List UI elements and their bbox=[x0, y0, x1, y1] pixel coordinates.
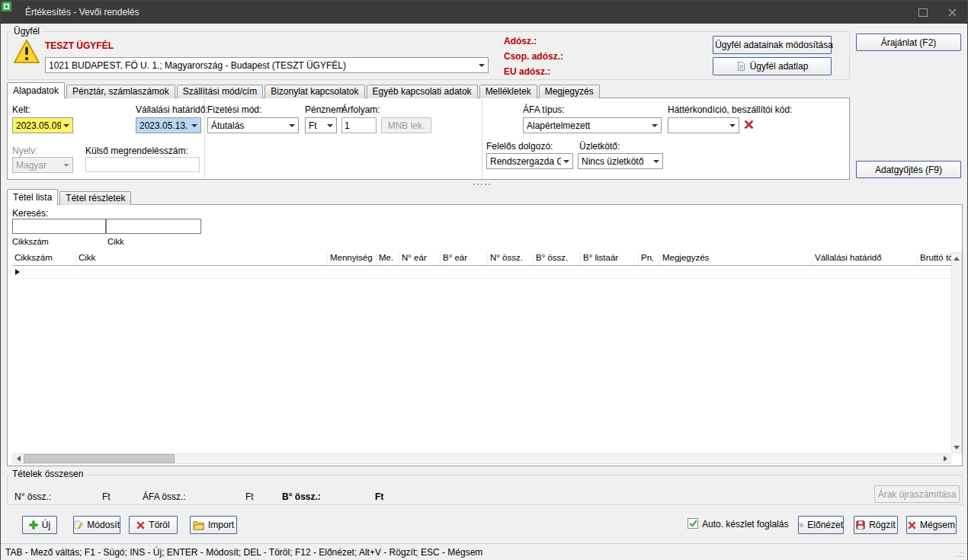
tab-tetel-lista[interactable]: Tétel lista bbox=[7, 189, 58, 205]
items-vertical-scrollbar[interactable] bbox=[951, 252, 962, 453]
items-horizontal-scrollbar[interactable] bbox=[12, 453, 951, 464]
column-header-brutto-ossz[interactable]: B° össz. bbox=[534, 252, 581, 265]
date-value: 2023.05.09. bbox=[16, 120, 61, 131]
maximize-button[interactable] bbox=[909, 1, 937, 24]
tab-mellekletek[interactable]: Mellékletek bbox=[479, 85, 537, 98]
deadline-picker[interactable]: 2023.05.13. bbox=[136, 117, 201, 133]
sales-agent-label: Üzletkötő: bbox=[579, 141, 620, 152]
table-row[interactable] bbox=[12, 266, 951, 279]
main-tabbar: Alapadatok Pénztár, számlaszámok Szállít… bbox=[7, 83, 601, 98]
tab-egyeb-kapcsolati-adatok[interactable]: Egyéb kapcsolati adatok bbox=[367, 85, 478, 98]
status-bar: TAB - Mező váltás; F1 - Súgó; INS - Új; … bbox=[1, 543, 967, 560]
customer-datasheet-label: Ügyfél adatlap bbox=[750, 61, 809, 72]
column-header-brutto-tobblet[interactable]: Bruttó tö bbox=[918, 252, 951, 265]
import-button[interactable]: Import bbox=[190, 516, 237, 534]
column-header-brutto-ear[interactable]: B° eár bbox=[441, 252, 488, 265]
customer-address-combobox[interactable]: 1021 BUDAPEST, FŐ U. 1.; Magyarország - … bbox=[45, 57, 489, 73]
group-tax-label: Csop. adósz.: bbox=[504, 51, 563, 62]
chevron-down-icon bbox=[63, 124, 69, 127]
scroll-left-button[interactable] bbox=[13, 454, 24, 463]
column-header-netto-ear[interactable]: N° eár bbox=[399, 252, 441, 265]
cancel-button-label: Mégsem bbox=[920, 520, 955, 530]
gross-currency-label: Ft bbox=[375, 491, 383, 502]
tab-alapadatok[interactable]: Alapadatok bbox=[7, 82, 65, 98]
arrow-down-icon bbox=[954, 446, 960, 450]
clear-background-condition-button[interactable] bbox=[744, 120, 754, 132]
import-button-label: Import bbox=[208, 520, 234, 530]
app-window: Értékesítés - Vevői rendelés Ügyfél TESZ… bbox=[0, 0, 968, 560]
basic-data-panel: Kelt: 2023.05.09. Vállalási határidő: 20… bbox=[7, 98, 850, 180]
arrow-right-icon bbox=[944, 456, 947, 462]
chevron-down-icon bbox=[289, 124, 295, 127]
exchange-rate-label: Árfolyam: bbox=[341, 104, 380, 115]
scroll-up-button[interactable] bbox=[952, 253, 961, 264]
chevron-down-icon bbox=[479, 64, 485, 67]
responsible-select[interactable]: Rendszergazda Gé bbox=[486, 153, 573, 169]
chevron-down-icon bbox=[327, 124, 333, 127]
chevron-down-icon bbox=[63, 164, 69, 167]
deadline-label: Vállalási határidő: bbox=[136, 104, 208, 115]
arrow-left-icon bbox=[17, 456, 21, 462]
external-order-input[interactable] bbox=[85, 157, 200, 172]
responsible-value: Rendszergazda Gé bbox=[490, 156, 561, 167]
column-header-vallalasi-hatarido[interactable]: Vállalási határidő bbox=[813, 252, 918, 265]
currency-select[interactable]: Ft bbox=[305, 117, 337, 133]
preview-button[interactable]: Előnézet bbox=[798, 516, 844, 534]
resize-grip[interactable]: .:: bbox=[957, 550, 965, 558]
column-header-brutto-listaar[interactable]: B° listaár bbox=[581, 252, 639, 265]
items-grid-body[interactable] bbox=[12, 266, 951, 453]
customer-datasheet-button[interactable]: Ügyfél adatlap bbox=[713, 57, 832, 75]
sales-agent-select[interactable]: Nincs üzletkötő bbox=[578, 153, 663, 169]
status-bar-text: TAB - Mező váltás; F1 - Súgó; INS - Új; … bbox=[5, 547, 482, 558]
column-header-me[interactable]: Me. bbox=[377, 252, 399, 265]
chevron-down-icon bbox=[653, 160, 659, 163]
auto-stock-checkbox[interactable] bbox=[688, 518, 698, 529]
vat-type-select[interactable]: Alapértelmezett bbox=[523, 117, 662, 133]
column-header-megjegyzes[interactable]: Megjegyzés bbox=[660, 252, 813, 265]
close-button[interactable] bbox=[938, 1, 966, 24]
sales-agent-value: Nincs üzletkötő bbox=[582, 156, 651, 167]
scroll-down-button[interactable] bbox=[952, 442, 961, 453]
customer-modify-button[interactable]: Ügyfél adatainak módosítása bbox=[713, 36, 832, 54]
red-x-icon bbox=[136, 521, 145, 530]
save-button[interactable]: Rögzít bbox=[854, 516, 898, 534]
background-condition-label: Háttérkondíció, beszállítói kód: bbox=[668, 104, 792, 115]
row-selector-icon bbox=[15, 269, 20, 275]
tab-megjegyzes[interactable]: Megjegyzés bbox=[539, 85, 600, 98]
separator bbox=[482, 98, 482, 179]
data-collection-button[interactable]: Adatgyűjtés (F9) bbox=[856, 161, 961, 178]
chevron-down-icon bbox=[191, 124, 197, 127]
column-header-mennyiseg[interactable]: Mennyiség bbox=[328, 252, 377, 265]
payment-method-select[interactable]: Átutalás bbox=[207, 117, 299, 133]
splitter-handle[interactable] bbox=[473, 184, 490, 185]
save-icon bbox=[856, 520, 865, 530]
background-condition-select[interactable] bbox=[668, 117, 739, 133]
tab-tetel-reszletek[interactable]: Tétel részletek bbox=[59, 191, 131, 205]
quote-button-label: Árajánlat (F2) bbox=[881, 37, 937, 48]
delete-button[interactable]: Töröl bbox=[129, 516, 178, 534]
cancel-button[interactable]: Mégsem bbox=[906, 516, 957, 534]
tab-szallitasi-mod-cim[interactable]: Szállítási mód/cím bbox=[177, 85, 263, 98]
language-label: Nyelv: bbox=[12, 146, 37, 156]
new-button[interactable]: Új bbox=[22, 516, 57, 534]
payment-method-value: Átutalás bbox=[211, 120, 287, 131]
net-currency-label: Ft bbox=[102, 491, 111, 502]
items-panel: Keresés: Cikkszám Cikk Cikkszám Cikk Men… bbox=[7, 204, 963, 466]
exchange-rate-input[interactable] bbox=[341, 117, 377, 133]
date-picker[interactable]: 2023.05.09. bbox=[12, 117, 73, 133]
tab-bizonylat-kapcsolatok[interactable]: Bizonylat kapcsolatok bbox=[264, 85, 364, 98]
customer-group-label: Ügyfél bbox=[11, 26, 42, 37]
column-header-cikk[interactable]: Cikk bbox=[76, 252, 328, 265]
folder-icon bbox=[193, 520, 204, 530]
column-header-cikkszam[interactable]: Cikkszám bbox=[12, 252, 76, 265]
column-header-netto-ossz[interactable]: N° össz. bbox=[488, 252, 534, 265]
search-itemname-caption: Cikk bbox=[107, 237, 123, 246]
tab-penztar-szamlaszamok[interactable]: Pénztár, számlaszámok bbox=[66, 85, 175, 98]
horizontal-scroll-thumb[interactable] bbox=[24, 454, 175, 463]
quote-button[interactable]: Árajánlat (F2) bbox=[856, 34, 961, 51]
modify-button[interactable]: Módosít bbox=[73, 516, 120, 534]
column-header-pn[interactable]: Pn. bbox=[639, 252, 660, 265]
search-itemname-input[interactable] bbox=[106, 219, 201, 234]
scroll-right-button[interactable] bbox=[940, 454, 950, 463]
search-itemnumber-input[interactable] bbox=[12, 219, 106, 234]
